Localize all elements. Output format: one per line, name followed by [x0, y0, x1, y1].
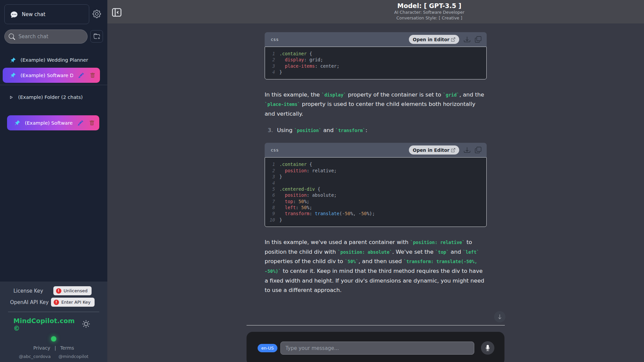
- code-token: [279, 192, 285, 198]
- code-token: transform: [285, 211, 309, 216]
- message-input[interactable]: [280, 342, 474, 355]
- open-in-editor-button[interactable]: Open in Editor: [409, 145, 459, 155]
- inline-code: `left`: [463, 249, 479, 255]
- enter-api-key-badge[interactable]: ! Enter API Key: [51, 298, 95, 307]
- link-separator: |: [54, 345, 56, 351]
- privacy-link[interactable]: Privacy: [33, 345, 50, 351]
- inline-code: `50%`: [345, 259, 359, 264]
- edit-icon: [78, 120, 83, 126]
- api-key-row: OpenAI API Key ! Enter API Key: [10, 298, 95, 307]
- code-block: css Open in Editor 1.con: [265, 143, 487, 227]
- code-line: 9 transform: translate(-50%, -50%);: [269, 210, 482, 217]
- code-token: [279, 199, 285, 204]
- code-block-header: css Open in Editor: [265, 143, 487, 157]
- code-content: 1.container {2 position: relative;3}45.c…: [265, 157, 487, 227]
- pin-icon: [14, 120, 20, 126]
- ordered-list-item: 3. Using `position` and `transform`:: [265, 127, 487, 133]
- text-run: Using: [277, 127, 294, 133]
- scroll-to-bottom-button[interactable]: [494, 311, 505, 322]
- caret-right-icon: [9, 96, 13, 99]
- inline-code: `position: relative`: [410, 240, 465, 245]
- copy-icon: [475, 147, 481, 153]
- code-token: : absolute;: [307, 192, 336, 198]
- brand-handle-link[interactable]: @mindcopilot: [58, 354, 88, 359]
- folder-label: (Example) Folder (2 chats): [18, 95, 83, 100]
- code-token: .container: [279, 162, 307, 167]
- code-line: 1.container {: [269, 161, 482, 167]
- message-paragraph: In this example, we've used a parent con…: [265, 238, 487, 295]
- settings-button[interactable]: [91, 8, 102, 20]
- code-token: {: [315, 186, 320, 192]
- code-token: : grid;: [304, 57, 323, 62]
- license-key-label: License Key: [13, 288, 43, 294]
- code-token: %);: [367, 211, 375, 216]
- delete-chat-button[interactable]: [89, 120, 95, 126]
- new-folder-button[interactable]: [90, 30, 103, 43]
- copy-code-button[interactable]: [475, 36, 481, 43]
- chat-bubble-icon: [11, 11, 17, 18]
- code-block-header: css Open in Editor: [265, 32, 487, 47]
- open-in-editor-label: Open in Editor: [413, 147, 449, 153]
- open-in-editor-button[interactable]: Open in Editor: [409, 35, 459, 44]
- code-token: left: [285, 205, 296, 210]
- line-number: 5: [269, 186, 275, 192]
- language-chip[interactable]: en-US: [258, 344, 277, 352]
- chat-item-label: (Example) Software Developer: [20, 73, 73, 78]
- code-token: %, -: [350, 211, 361, 216]
- edit-chat-button[interactable]: [77, 120, 84, 126]
- pin-icon: [10, 72, 16, 78]
- search-icon: [9, 34, 15, 40]
- code-content: 1.container {2 display: grid;3 place-ite…: [265, 47, 487, 79]
- alert-icon: !: [56, 288, 61, 294]
- author-handle-link[interactable]: @abc_cordova: [19, 354, 51, 359]
- sidebar-footer: License Key ! Unlicensed OpenAI API Key …: [0, 282, 107, 362]
- code-token: :: [296, 205, 301, 210]
- sun-icon: [82, 320, 90, 328]
- code-token: {: [307, 51, 312, 56]
- new-chat-label: New chat: [22, 11, 45, 17]
- style-subtitle: Conversation Style: [ Creative ]: [394, 15, 464, 21]
- open-in-editor-label: Open in Editor: [413, 37, 449, 42]
- inline-code: `top`: [435, 249, 449, 255]
- sidebar-item-chat[interactable]: (Example) Software Developer: [3, 68, 100, 83]
- sidebar-item-folder[interactable]: (Example) Folder (2 chats): [0, 90, 107, 105]
- download-code-button[interactable]: [464, 36, 470, 43]
- text-run: property of the container is set to: [346, 92, 443, 98]
- code-token: [279, 168, 285, 173]
- code-token: : relative;: [307, 168, 336, 173]
- edit-chat-button[interactable]: [78, 72, 85, 79]
- line-number: 2: [269, 168, 275, 174]
- search-input[interactable]: [18, 34, 85, 40]
- copy-code-button[interactable]: [475, 147, 481, 153]
- code-token: [279, 205, 285, 210]
- download-icon: [464, 147, 470, 153]
- text-run: . We've set the: [392, 249, 435, 255]
- text-run: , and then used: [359, 258, 404, 264]
- chat-item-label: (Example) Wedding Planner: [20, 57, 88, 63]
- arrow-down-icon: [497, 314, 502, 319]
- license-status-badge[interactable]: ! Unlicensed: [53, 286, 92, 295]
- app-window: New chat (Example) Wedding Planner(Examp…: [0, 0, 644, 362]
- mic-button[interactable]: [481, 341, 494, 355]
- alert-icon: !: [54, 300, 59, 305]
- sidebar-item-chat[interactable]: (Example) Wedding Planner: [0, 53, 107, 67]
- code-line: 10}: [269, 217, 482, 223]
- code-token: 50: [361, 211, 367, 216]
- new-chat-button[interactable]: New chat: [4, 4, 89, 24]
- theme-toggle-button[interactable]: [82, 319, 91, 329]
- composer-divider: [247, 325, 505, 325]
- download-code-button[interactable]: [464, 147, 470, 153]
- delete-chat-button[interactable]: [89, 72, 96, 79]
- code-language-label: css: [271, 37, 278, 42]
- terms-link[interactable]: Terms: [60, 345, 74, 351]
- list-item-text: Using `position` and `transform`:: [277, 127, 367, 133]
- code-line: 3}: [269, 174, 482, 180]
- code-actions: Open in Editor: [409, 145, 481, 155]
- sidebar-toggle-button[interactable]: [111, 7, 123, 19]
- line-number: 4: [269, 180, 275, 186]
- text-run: to center it. Keep in mind that the thir…: [265, 268, 484, 293]
- pin-icon: [10, 57, 16, 63]
- sidebar-item-chat[interactable]: (Example) Software De...: [7, 115, 99, 130]
- inline-code: `place-items`: [265, 102, 300, 107]
- line-number: 7: [269, 198, 275, 204]
